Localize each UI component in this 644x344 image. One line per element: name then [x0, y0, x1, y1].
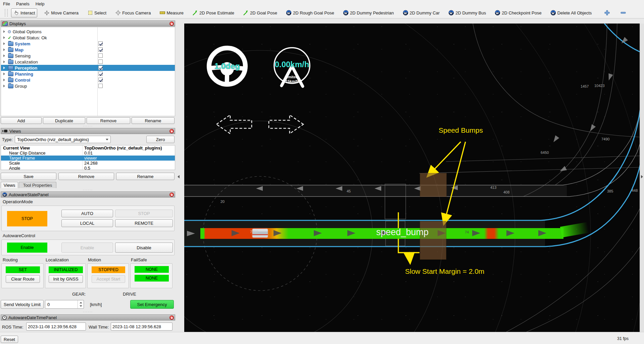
expander-icon[interactable]	[3, 30, 5, 33]
velocity-limit-spinbox[interactable]: 0	[45, 300, 84, 309]
table-row[interactable]: Angle 0.5	[1, 166, 175, 170]
display-row-global-status[interactable]: ✓ Global Status: Ok	[1, 35, 175, 41]
remote-mode-button[interactable]: REMOTE	[115, 219, 173, 227]
remove-tool-button[interactable]	[618, 9, 628, 17]
wall-time-input[interactable]	[111, 322, 172, 331]
display-checkbox[interactable]	[98, 41, 103, 46]
menu-file[interactable]: File	[0, 1, 13, 7]
spinbox-arrows[interactable]	[78, 300, 84, 308]
close-icon[interactable]	[169, 129, 174, 133]
remove-display-button[interactable]: Remove	[87, 117, 130, 124]
tool-2d-dummy-car[interactable]: 2D Dummy Car	[401, 9, 442, 17]
stop-mode-button[interactable]: STOP	[115, 210, 173, 217]
display-row-global-options[interactable]: ⚙ Global Options	[1, 29, 175, 35]
menu-help[interactable]: Help	[33, 1, 48, 7]
expander-icon[interactable]	[3, 85, 5, 87]
display-row-group[interactable]: Group	[1, 83, 175, 89]
close-icon[interactable]	[169, 22, 174, 26]
clear-route-button[interactable]: Clear Route	[6, 275, 40, 283]
routing-group: SET Clear Route	[1, 263, 44, 288]
tab-views[interactable]: Views	[1, 182, 18, 188]
tool-select[interactable]: Select	[85, 9, 108, 17]
table-row[interactable]: Scale 24.268	[1, 161, 175, 166]
display-row-localization[interactable]: Localization	[1, 59, 175, 65]
tool-2d-goal-pose[interactable]: 2D Goal Pose	[241, 9, 279, 17]
auto-mode-button[interactable]: AUTO	[61, 210, 113, 217]
expander-icon[interactable]	[3, 60, 5, 63]
duplicate-display-button[interactable]: Duplicate	[43, 117, 85, 124]
render-viewport[interactable]: 1.0deg 0.00km/h limited 15km/h Speed Bum…	[184, 24, 640, 332]
disable-control-button[interactable]: Disable	[115, 243, 173, 253]
rename-view-button[interactable]: Rename	[116, 173, 175, 180]
ros-time-input[interactable]	[26, 322, 86, 331]
tool-focus-camera[interactable]: Focus Camera	[113, 9, 153, 17]
toolbar-grip-handle[interactable]	[5, 9, 8, 16]
tool-2d-dummy-bus[interactable]: 2D Dummy Bus	[446, 9, 488, 17]
display-checkbox[interactable]	[98, 66, 103, 70]
view-type-combobox[interactable]: TopDownOrtho (rviz_default_plugins)	[15, 136, 111, 143]
save-view-button[interactable]: Save	[1, 173, 56, 180]
display-checkbox[interactable]	[98, 84, 103, 88]
display-row-perception[interactable]: Perception	[1, 65, 175, 71]
tool-2d-rough-goal-pose[interactable]: 2D Rough Goal Pose	[284, 9, 336, 17]
table-row[interactable]: Current View TopDownOrtho (rviz_default_…	[1, 145, 175, 150]
remove-view-button[interactable]: Remove	[58, 173, 114, 180]
display-checkbox[interactable]	[98, 59, 103, 64]
views-panel-header[interactable]: Views	[1, 128, 175, 134]
tool-label: Measure	[166, 10, 184, 15]
expander-icon[interactable]	[3, 54, 5, 57]
expander-icon[interactable]	[3, 36, 5, 39]
display-row-control[interactable]: Control	[1, 77, 175, 83]
table-row-selected[interactable]: Target Frame viewer	[1, 156, 175, 161]
tool-2d-pose-estimate[interactable]: 2D Pose Estimate	[190, 9, 236, 17]
expander-icon[interactable]	[3, 42, 5, 45]
init-by-gnss-button[interactable]: Init by GNSS	[49, 275, 83, 283]
tool-measure[interactable]: Measure	[157, 9, 186, 17]
close-icon[interactable]	[169, 192, 174, 197]
displays-panel-header[interactable]: Displays	[1, 20, 175, 27]
collapse-left-panel-icon[interactable]	[178, 175, 180, 178]
tool-move-camera[interactable]: Move Camera	[42, 9, 81, 17]
display-row-system[interactable]: System	[1, 41, 175, 47]
splitter-handle[interactable]: ······	[1, 189, 175, 190]
enable-control-button[interactable]: Enable	[61, 243, 113, 253]
menu-panels[interactable]: Panels	[13, 1, 33, 7]
close-icon[interactable]	[169, 315, 174, 320]
rename-display-button[interactable]: Rename	[132, 117, 175, 124]
display-row-map[interactable]: Map	[1, 47, 175, 53]
tool-interact[interactable]: Interact	[11, 8, 37, 17]
expander-icon[interactable]	[3, 48, 5, 51]
display-row-sensing[interactable]: Sensing	[1, 53, 175, 59]
splitter-handle[interactable]: ······	[1, 311, 175, 312]
expander-icon[interactable]	[3, 67, 5, 69]
failsafe-heading: FailSafe	[131, 257, 147, 262]
display-checkbox[interactable]	[98, 78, 103, 82]
add-display-button[interactable]: Add	[1, 117, 42, 124]
zero-view-button[interactable]: Zero	[146, 136, 175, 143]
autoware-state-panel-header[interactable]: AutowareStatePanel	[1, 191, 175, 198]
reset-button[interactable]: Reset	[1, 336, 18, 343]
local-mode-button[interactable]: LOCAL	[61, 219, 113, 227]
set-emergency-button[interactable]: Set Emergency	[130, 300, 174, 309]
display-row-planning[interactable]: Planning	[1, 71, 175, 77]
expander-icon[interactable]	[3, 79, 5, 81]
expander-icon[interactable]	[3, 73, 5, 75]
autoware-datetime-panel-header[interactable]: AutowareDateTimePanel	[1, 314, 175, 320]
tab-tool-properties[interactable]: Tool Properties	[19, 182, 56, 188]
splitter-handle[interactable]: ······	[1, 125, 175, 127]
expand-right-panel-icon[interactable]	[641, 175, 643, 178]
speed-bump-box-upper	[420, 173, 447, 197]
table-row[interactable]: Near Clip Distance 0.01	[1, 150, 175, 156]
failsafe-status-2: NONE	[135, 275, 169, 282]
display-checkbox[interactable]	[98, 72, 103, 76]
display-checkbox[interactable]	[98, 47, 103, 52]
display-checkbox[interactable]	[98, 53, 103, 58]
tool-2d-dummy-pedestrian[interactable]: 2D Dummy Pedestrian	[341, 9, 396, 17]
motion-heading: Motion	[88, 257, 101, 262]
send-velocity-limit-button[interactable]: Send Velocity Limit	[1, 300, 44, 309]
tool-delete-all-objects[interactable]: Delete All Objects	[548, 9, 594, 17]
tool-2d-checkpoint-pose[interactable]: 2D Checkpoint Pose	[493, 9, 544, 17]
add-tool-button[interactable]	[602, 9, 612, 17]
accept-start-button[interactable]: Accept Start	[92, 275, 125, 283]
rviz-window: File Panels Help Interact Move Camera Se…	[0, 0, 644, 344]
